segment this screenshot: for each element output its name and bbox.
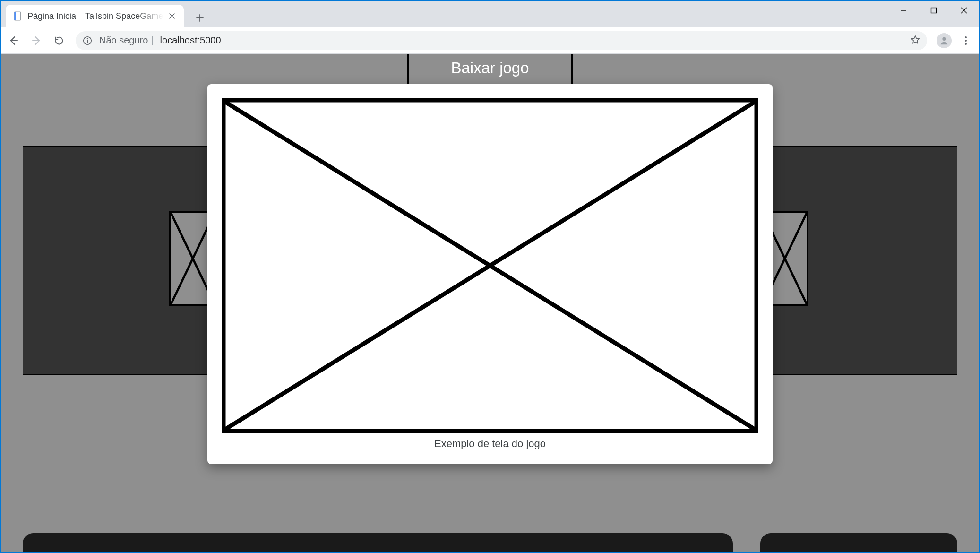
window-controls	[888, 1, 979, 20]
page-viewport: Baixar jogo	[1, 54, 979, 552]
svg-rect-2	[931, 8, 937, 13]
profile-avatar-icon[interactable]	[937, 33, 952, 48]
browser-toolbar: Não seguro | localhost:5000	[1, 27, 979, 54]
security-status-label: Não seguro	[99, 35, 148, 46]
back-button[interactable]	[4, 31, 24, 51]
svg-point-9	[965, 43, 967, 45]
svg-point-6	[942, 37, 946, 40]
svg-point-4	[87, 38, 88, 39]
browser-window: Página Inicial –Tailspin SpaceGame	[1, 1, 979, 552]
separator: |	[151, 35, 153, 46]
svg-rect-1	[14, 12, 16, 20]
download-game-label: Baixar jogo	[451, 59, 529, 77]
url-text: localhost:5000	[160, 35, 221, 46]
browser-tab[interactable]: Página Inicial –Tailspin SpaceGame	[6, 5, 184, 27]
screenshot-placeholder-image	[222, 98, 758, 433]
footer-card-small[interactable]	[760, 533, 957, 552]
reload-button[interactable]	[49, 31, 69, 51]
site-info-icon[interactable]	[82, 35, 93, 46]
new-tab-button[interactable]	[190, 9, 209, 27]
close-window-button[interactable]	[949, 1, 979, 20]
svg-rect-5	[87, 40, 88, 43]
screenshot-modal: Exemplo de tela do jogo	[207, 84, 773, 464]
maximize-window-button[interactable]	[919, 1, 949, 20]
page-footer-cards	[23, 533, 957, 552]
page-favicon-icon	[12, 11, 23, 21]
tab-title: Página Inicial –Tailspin SpaceGame	[27, 11, 163, 21]
svg-point-8	[965, 40, 967, 42]
minimize-window-button[interactable]	[888, 1, 919, 20]
close-tab-icon[interactable]	[167, 11, 177, 21]
modal-caption: Exemplo de tela do jogo	[434, 438, 546, 450]
browser-tab-strip: Página Inicial –Tailspin SpaceGame	[1, 1, 979, 27]
forward-button[interactable]	[26, 31, 46, 51]
svg-point-7	[965, 36, 967, 38]
bookmark-star-icon[interactable]	[910, 35, 920, 47]
address-bar[interactable]: Não seguro | localhost:5000	[76, 31, 927, 50]
browser-menu-button[interactable]	[957, 32, 974, 49]
footer-card-large[interactable]	[23, 533, 733, 552]
